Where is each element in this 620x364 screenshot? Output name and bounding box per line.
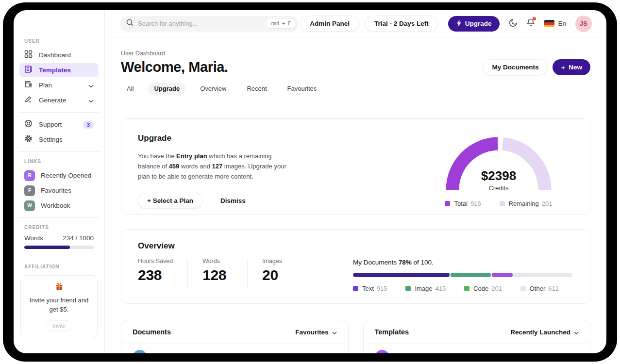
upgrade-button[interactable]: Upgrade <box>448 16 500 32</box>
usage-bar-segment-text <box>353 273 450 277</box>
sidebar-link-label: Workbook <box>41 202 70 209</box>
credits-label: Words <box>24 234 43 242</box>
templates-card: Templates Recently Launched Blog Post Ti… <box>363 320 591 353</box>
sidebar-item-label: Support <box>39 121 62 128</box>
overview-card: Overview Hours Saved 238 Words 128 <box>121 229 590 304</box>
usage-bar-segment-code <box>492 273 513 277</box>
legend-item-other: Other612 <box>520 285 559 292</box>
new-button[interactable]: + New <box>553 59 590 75</box>
trial-button[interactable]: Trial - 2 Days Left <box>365 16 438 32</box>
sidebar-item-dashboard[interactable]: Dashboard <box>19 48 99 62</box>
app-window: USER Dashboard Templates Plan Generate S… <box>14 10 606 353</box>
overview-stats: Hours Saved 238 Words 128 Images 20 <box>138 258 305 292</box>
breadcrumb: User Dashboard <box>121 50 590 57</box>
pencil-icon <box>24 95 33 105</box>
usage-text: My Documents 78% of 100. <box>353 259 572 266</box>
template-list-item[interactable]: Blog Post Title in Workbook <box>364 344 590 353</box>
tab-overview[interactable]: Overview <box>194 83 232 95</box>
legend-swatch <box>500 201 505 206</box>
sidebar-item-label: Plan <box>39 82 52 89</box>
stat-hours-saved: Hours Saved 238 <box>138 258 181 283</box>
credits-gauge: $2398 Credits Total915 Remaining201 <box>440 133 557 214</box>
german-flag-icon <box>544 20 554 27</box>
sidebar-item-label: Settings <box>39 136 63 143</box>
legend-swatch <box>464 286 469 291</box>
search-bar[interactable]: cmd + E <box>120 16 299 32</box>
link-initial-badge: F <box>24 185 35 196</box>
sidebar-item-templates[interactable]: Templates <box>19 63 99 77</box>
legend-item-code: Code201 <box>464 285 502 292</box>
tab-recent[interactable]: Recent <box>241 83 272 95</box>
legend-swatch <box>405 286 411 291</box>
legend-swatch <box>520 286 526 291</box>
select-plan-button[interactable]: + Select a Plan <box>138 193 202 209</box>
templates-filter-dropdown[interactable]: Recently Launched <box>510 329 579 336</box>
notifications-button[interactable] <box>526 18 535 29</box>
dark-mode-toggle[interactable] <box>509 18 518 29</box>
gauge-value: $2398 <box>444 168 553 183</box>
sidebar-divider <box>18 112 100 113</box>
sidebar-item-support[interactable]: Support 3 <box>19 117 99 132</box>
affiliation-card: Invite your friend and get $5. Invite <box>20 275 98 338</box>
tab-favourites[interactable]: Favourites <box>282 83 323 95</box>
template-avatar <box>375 350 389 353</box>
legend-swatch <box>445 201 450 206</box>
upgrade-card: Upgrade You have the Entry plan which ha… <box>121 118 590 215</box>
moon-icon <box>509 18 518 29</box>
language-selector[interactable]: En <box>544 20 566 27</box>
language-label: En <box>558 20 566 27</box>
support-badge: 3 <box>83 121 94 129</box>
user-avatar[interactable]: JS <box>575 16 592 32</box>
search-icon <box>126 19 134 28</box>
admin-panel-button[interactable]: Admin Panel <box>301 16 359 32</box>
stat-divider <box>187 259 188 287</box>
sidebar: USER Dashboard Templates Plan Generate S… <box>14 10 105 353</box>
dismiss-button[interactable]: Dismiss <box>220 197 246 204</box>
sidebar-link-recently-opened[interactable]: R Recently Opened <box>19 168 99 182</box>
sidebar-section-credits: CREDITS <box>24 225 94 230</box>
search-input[interactable] <box>138 20 267 27</box>
sidebar-item-label: Generate <box>39 97 66 104</box>
sidebar-item-plan[interactable]: Plan <box>19 78 99 92</box>
tab-bar: All Upgrade Overview Recent Favourites <box>121 83 590 95</box>
legend-item-remaining: Remaining201 <box>500 200 553 207</box>
document-avatar <box>133 350 147 353</box>
lifebuoy-icon <box>24 119 33 130</box>
sidebar-section-user: USER <box>24 38 94 44</box>
search-shortcut: cmd + E <box>267 19 295 28</box>
legend-swatch <box>353 286 358 291</box>
usage-block: My Documents 78% of 100. Text915 Image41… <box>353 258 572 292</box>
sidebar-item-generate[interactable]: Generate <box>19 93 99 107</box>
tab-upgrade[interactable]: Upgrade <box>148 83 185 95</box>
sidebar-item-settings[interactable]: Settings <box>19 132 99 147</box>
credits-value: 234 / 1000 <box>63 234 94 242</box>
gift-icon <box>55 284 64 292</box>
bolt-icon <box>456 20 462 28</box>
sidebar-link-favourites[interactable]: F Favourites <box>19 183 99 198</box>
credits-progress-fill <box>24 246 70 249</box>
sidebar-item-label: Dashboard <box>39 51 71 59</box>
overview-card-title: Overview <box>138 241 572 251</box>
sidebar-link-label: Favourites <box>41 187 71 194</box>
page-title: Welcome, Maria. <box>121 59 228 75</box>
stat-images: Images 20 <box>262 258 305 283</box>
usage-bar-segment-image <box>451 273 491 277</box>
affiliation-text: Invite your friend and get $5. <box>26 296 92 314</box>
chevron-down-icon <box>574 329 579 336</box>
grid-icon <box>24 50 33 60</box>
sidebar-link-workbook[interactable]: W Workbook <box>19 199 99 213</box>
credits-progress-track <box>24 246 94 249</box>
tab-all[interactable]: All <box>121 83 139 95</box>
upgrade-button-label: Upgrade <box>465 20 492 27</box>
legend-item-total: Total915 <box>445 200 481 207</box>
new-button-label: New <box>569 64 582 71</box>
my-documents-button[interactable]: My Documents <box>483 59 548 75</box>
sidebar-item-label: Templates <box>39 66 71 74</box>
document-list-item[interactable]: Untitled Document in Workbook <box>121 344 348 353</box>
sidebar-divider <box>18 151 100 152</box>
legend-item-image: Image415 <box>405 285 446 292</box>
wallet-icon <box>24 80 33 90</box>
documents-filter-dropdown[interactable]: Favourites <box>295 329 336 336</box>
invite-button[interactable]: Invite <box>46 320 73 331</box>
upgrade-card-body: You have the Entry plan which has a rema… <box>138 151 287 182</box>
